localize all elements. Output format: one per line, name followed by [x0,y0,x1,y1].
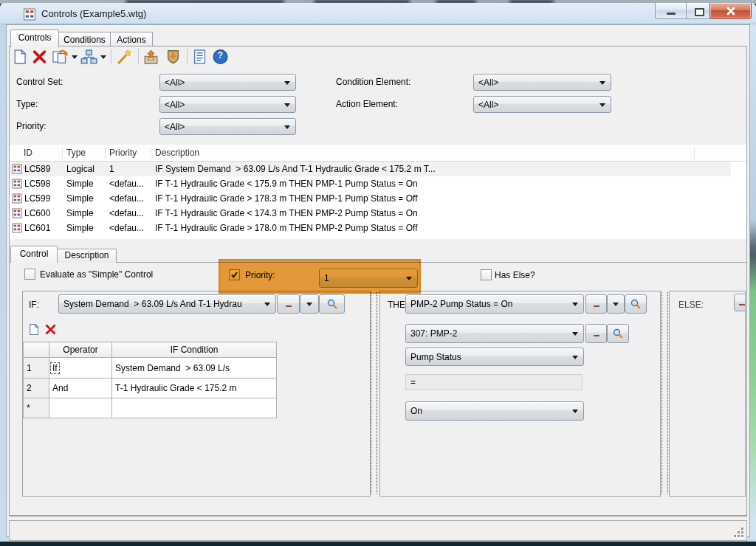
table-row[interactable]: LC601 Simple <defau... IF T-1 Hydraulic … [10,221,731,235]
duplicate-dropdown-arrow-icon[interactable] [72,55,78,60]
grid-condition-cell[interactable]: System Demand > 63.09 L/s [112,358,277,379]
evaluate-simple-checkbox[interactable] [24,269,35,280]
table-row[interactable]: LC589 Logical 1 IF System Demand > 63.09… [10,162,731,176]
grid-operator-cell[interactable]: If [49,358,112,379]
control-row-icon [12,164,22,174]
grid-operator-cell[interactable]: And [49,379,112,398]
condition-element-select[interactable]: <All> [473,74,611,91]
then-element-select[interactable]: 307: PMP-2 [405,324,584,343]
minus-icon [739,304,745,305]
resize-grip[interactable] [738,531,740,533]
restore-button[interactable] [686,3,711,19]
if-then-splitter[interactable] [371,292,377,494]
grid-row-number[interactable]: 1 [24,358,49,379]
control-set-label: Control Set: [16,77,63,87]
minus-icon [594,335,599,336]
chevron-down-icon [264,303,270,306]
then-attribute-select[interactable]: Pump Status [405,348,584,366]
report-document-icon [191,49,208,65]
tab-description[interactable]: Description [57,249,117,263]
toolbar-separator [111,49,111,64]
resize-grip[interactable] [741,528,743,530]
then-operator-value: = [410,377,416,387]
column-divider[interactable] [151,147,151,159]
column-divider[interactable] [105,147,106,159]
priority-filter-value: <All> [165,122,281,132]
table-row[interactable]: LC599 Simple <defau... IF T-1 Hydraulic … [10,191,731,206]
then-element-find-button[interactable] [607,324,629,343]
resize-grip[interactable] [741,535,743,537]
priority-checkbox[interactable] [229,269,240,280]
control-set-select[interactable]: <All> [159,74,296,91]
duplicate-button[interactable] [52,49,69,65]
resize-grip[interactable] [738,535,740,537]
then-collapse-button[interactable] [585,294,607,314]
col-header-type[interactable]: Type [66,148,86,158]
status-bar [9,520,747,541]
priority-filter-select[interactable]: <All> [159,118,296,135]
then-find-button[interactable] [625,294,647,314]
then-panel: THEN: PMP-2 Pump Status = On 307: PMP-2 … [379,291,661,497]
grid-operator-value[interactable]: If [50,362,60,374]
if-collapse-button[interactable] [277,294,300,314]
tab-actions[interactable]: Actions [110,32,153,47]
else-collapse-button[interactable] [734,294,746,311]
has-else-checkbox[interactable] [481,269,492,280]
condition-new-button[interactable] [27,323,40,336]
grid-condition-cell[interactable] [112,398,277,418]
col-header-priority[interactable]: Priority [109,148,137,158]
cell-id: LC599 [24,193,50,204]
control-row-icon [12,223,22,233]
minimize-button[interactable] [655,3,687,19]
tab-conditions[interactable]: Conditions [58,32,111,47]
tab-controls[interactable]: Controls [10,30,59,47]
cell-priority: <defau... [109,208,144,218]
grid-row-number[interactable]: * [24,398,49,418]
column-divider[interactable] [694,147,695,159]
report-button[interactable] [191,49,208,65]
close-icon [726,7,736,15]
delete-button[interactable] [31,49,48,65]
magnifier-icon [612,328,624,339]
grid-operator-header[interactable]: Operator [49,342,112,358]
then-element-collapse-button[interactable] [585,324,607,343]
grid-condition-header[interactable]: IF Condition [112,342,277,358]
close-button[interactable] [709,3,752,19]
then-summary-select[interactable]: PMP-2 Pump Status = On [405,294,584,314]
if-find-button[interactable] [319,294,345,314]
control-row-icon [12,208,22,218]
column-divider[interactable] [62,147,63,159]
chevron-down-icon [599,81,605,85]
if-dropdown-button[interactable] [300,294,319,314]
type-select[interactable]: <All> [159,96,296,113]
action-element-value: <All> [478,100,596,110]
resize-grip[interactable] [734,535,736,537]
relabel-dropdown-arrow-icon[interactable] [100,55,106,60]
action-element-select[interactable]: <All> [473,96,611,113]
wizard-button[interactable] [116,49,133,65]
screen: Controls (Example5.wtg) Controls Conditi… [0,0,756,546]
resize-grip[interactable] [741,531,743,533]
condition-delete-button[interactable] [44,323,57,336]
col-header-id[interactable]: ID [24,148,32,158]
if-summary-select[interactable]: System Demand > 63.09 L/s And T-1 Hydrau [58,294,276,314]
then-value-select[interactable]: On [405,401,584,421]
help-button[interactable]: ? [212,49,229,65]
grid-condition-cell[interactable]: T-1 Hydraulic Grade < 175.2 m [112,379,277,398]
new-button[interactable] [11,49,28,65]
tab-control[interactable]: Control [10,246,58,263]
relabel-button[interactable] [80,49,97,65]
grid-row-number[interactable]: 2 [24,379,49,398]
chevron-down-icon [284,125,290,129]
table-row[interactable]: LC598 Simple <defau... IF T-1 Hydraulic … [10,176,731,191]
import-button[interactable] [142,49,159,65]
export-button[interactable] [165,49,182,65]
priority-select[interactable]: 1 [319,269,418,288]
then-element-value: 307: PMP-2 [410,328,568,339]
grid-operator-cell[interactable] [49,398,112,418]
then-dropdown-button[interactable] [607,294,625,314]
table-row[interactable]: LC600 Simple <defau... IF T-1 Hydraulic … [10,206,731,221]
list-header: ID Type Priority Description [10,145,746,162]
col-header-description[interactable]: Description [155,148,199,158]
then-else-splitter[interactable] [662,292,668,494]
